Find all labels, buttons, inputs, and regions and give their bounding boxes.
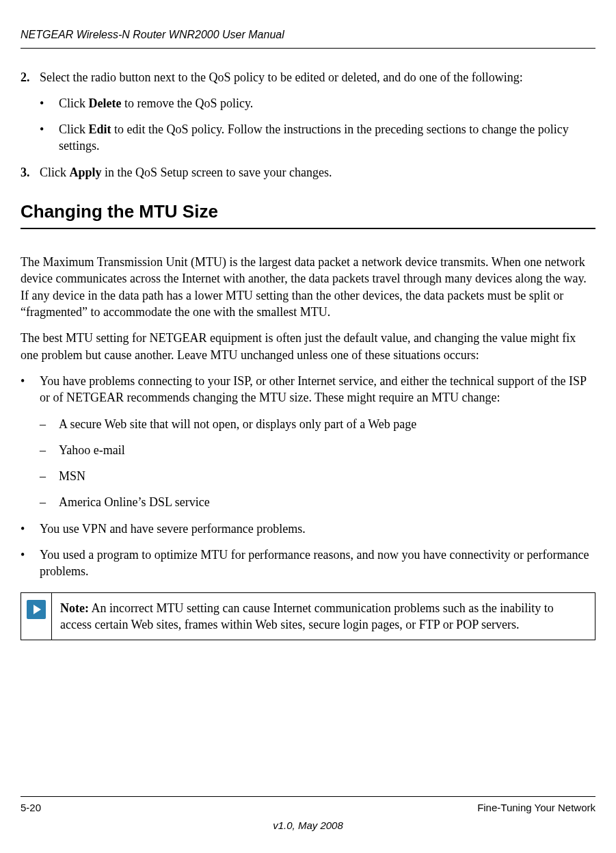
bullet-text: Click Edit to edit the QoS policy. Follo… — [59, 121, 595, 155]
paragraph-2: The best MTU setting for NETGEAR equipme… — [21, 330, 595, 363]
bullet-text: You use VPN and have severe performance … — [40, 521, 595, 537]
dash-text: MSN — [59, 468, 595, 484]
dash-text: America Online’s DSL service — [59, 494, 595, 510]
bullet-mark: • — [21, 547, 40, 580]
step-3-number: 3. — [21, 164, 40, 181]
page-header: NETGEAR Wireless-N Router WNR2000 User M… — [21, 27, 595, 49]
bullet-optimize: • You used a program to optimize MTU for… — [21, 547, 595, 580]
heading-mtu: Changing the MTU Size — [21, 200, 595, 229]
note-icon-cell — [21, 593, 52, 640]
bullet-mark: • — [21, 373, 40, 406]
bullet-mark: • — [40, 121, 59, 155]
text-suffix: to edit the QoS policy. Follow the instr… — [59, 122, 569, 153]
text-prefix: Click — [40, 166, 70, 179]
dash-secure-website: – A secure Web site that will not open, … — [40, 416, 595, 432]
note-text: Note: An incorrect MTU setting can cause… — [52, 593, 595, 640]
bullet-isp-problems: • You have problems connecting to your I… — [21, 373, 595, 406]
text-prefix: Click — [59, 122, 89, 136]
dash-aol: – America Online’s DSL service — [40, 494, 595, 510]
text-prefix: Click — [59, 96, 89, 110]
dash-text: A secure Web site that will not open, or… — [59, 416, 595, 432]
dash-mark: – — [40, 442, 59, 458]
bullet-text: You used a program to optimize MTU for p… — [40, 547, 595, 580]
dash-mark: – — [40, 416, 59, 432]
delete-bold: Delete — [89, 96, 122, 110]
step-2-bullet-delete: • Click Delete to remove the QoS policy. — [40, 95, 595, 111]
dash-mark: – — [40, 468, 59, 484]
dash-mark: – — [40, 494, 59, 510]
footer-section: Fine-Tuning Your Network — [477, 801, 595, 815]
step-3-text: Click Apply in the QoS Setup screen to s… — [40, 164, 595, 181]
footer-top: 5-20 Fine-Tuning Your Network — [21, 796, 595, 815]
page-footer: 5-20 Fine-Tuning Your Network v1.0, May … — [21, 796, 595, 833]
header-title: NETGEAR Wireless-N Router WNR2000 User M… — [21, 29, 284, 40]
bullet-text: Click Delete to remove the QoS policy. — [59, 95, 595, 111]
text-suffix: in the QoS Setup screen to save your cha… — [102, 166, 332, 179]
step-3: 3. Click Apply in the QoS Setup screen t… — [21, 164, 595, 181]
text-suffix: to remove the QoS policy. — [121, 96, 253, 110]
bullet-vpn: • You use VPN and have severe performanc… — [21, 521, 595, 537]
paragraph-1: The Maximum Transmission Unit (MTU) is t… — [21, 254, 595, 320]
page-content: 2. Select the radio button next to the Q… — [21, 69, 595, 641]
dash-text: Yahoo e-mail — [59, 442, 595, 458]
step-2-number: 2. — [21, 69, 40, 86]
footer-page-number: 5-20 — [21, 801, 41, 815]
bullet-mark: • — [40, 95, 59, 111]
apply-bold: Apply — [70, 166, 102, 179]
step-2-bullet-edit: • Click Edit to edit the QoS policy. Fol… — [40, 121, 595, 155]
bullet-text: You have problems connecting to your ISP… — [40, 373, 595, 406]
note-box: Note: An incorrect MTU setting can cause… — [21, 592, 595, 641]
step-2: 2. Select the radio button next to the Q… — [21, 69, 595, 86]
edit-bold: Edit — [89, 122, 111, 136]
dash-yahoo: – Yahoo e-mail — [40, 442, 595, 458]
dash-msn: – MSN — [40, 468, 595, 484]
note-body: An incorrect MTU setting can cause Inter… — [60, 601, 554, 631]
footer-version: v1.0, May 2008 — [21, 819, 595, 832]
note-label: Note: — [60, 601, 89, 615]
arrow-right-icon — [27, 600, 46, 619]
step-2-text: Select the radio button next to the QoS … — [40, 69, 595, 86]
bullet-mark: • — [21, 521, 40, 537]
